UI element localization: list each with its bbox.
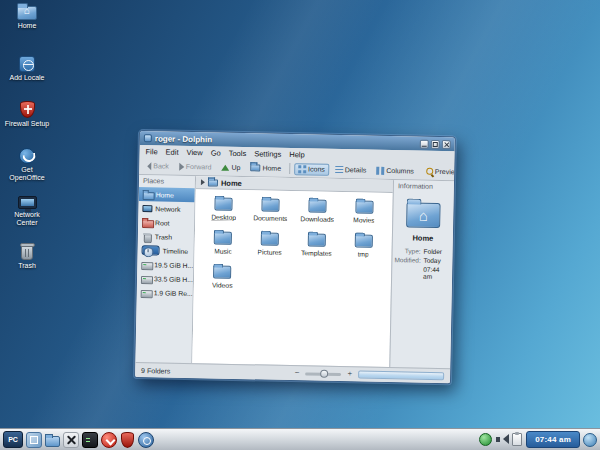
up-button[interactable]: Up <box>217 162 244 174</box>
places-item-label: Home <box>156 191 174 198</box>
places-item-root[interactable]: Root <box>138 215 194 230</box>
dolphin-window: roger - Dolphin File Edit View Go Tools … <box>134 130 456 384</box>
clipboard-icon[interactable] <box>512 433 522 446</box>
places-item-label: Timeline <box>163 247 189 255</box>
desktop-icon-home[interactable]: Home <box>4 6 50 30</box>
package-manager-icon[interactable] <box>101 432 117 448</box>
firewall-shield-icon <box>20 101 35 118</box>
type-label: Type: <box>395 247 421 255</box>
desktop-icon-trash[interactable]: Trash <box>4 245 50 270</box>
folder-icon <box>214 232 232 245</box>
folder-item-desktop[interactable]: Desktop <box>200 197 247 221</box>
back-button[interactable]: Back <box>143 160 173 173</box>
network-monitor-icon <box>18 196 37 209</box>
menu-help[interactable]: Help <box>289 150 305 159</box>
volume-icon[interactable] <box>495 433 508 446</box>
terminal-icon[interactable] <box>82 432 98 448</box>
icons-view-icon <box>298 165 306 173</box>
up-arrow-icon <box>221 164 229 170</box>
close-button[interactable] <box>442 140 451 149</box>
breadcrumb-home[interactable]: Home <box>221 178 242 187</box>
trash-icon <box>142 231 152 241</box>
forward-button[interactable]: Forward <box>175 160 216 173</box>
folder-icon <box>143 189 153 199</box>
menu-view[interactable]: View <box>187 147 203 156</box>
file-manager-icon[interactable] <box>45 436 60 447</box>
folder-item-documents[interactable]: Documents <box>247 198 294 222</box>
taskbar: PC 07:44 am <box>0 428 600 450</box>
minimize-button[interactable] <box>420 139 429 148</box>
hard-drive-icon <box>141 273 151 283</box>
folder-item-movies[interactable]: Movies <box>340 200 387 224</box>
details-view-icon <box>335 165 343 173</box>
clock[interactable]: 07:44 am <box>526 431 580 448</box>
folder-label: Documents <box>253 214 288 222</box>
folder-icon <box>354 234 372 247</box>
places-item-label: 33.5 GiB H... <box>154 275 193 283</box>
places-item-drive-1[interactable]: 19.5 GiB H... <box>137 257 193 272</box>
folder-item-templates[interactable]: Templates <box>293 233 340 257</box>
menu-tools[interactable]: Tools <box>229 148 247 157</box>
zoom-in-icon[interactable]: + <box>347 370 352 378</box>
places-item-drive-2[interactable]: 33.5 GiB H... <box>137 271 193 286</box>
desktop-icon-label: Home <box>18 22 37 30</box>
firewall-shield-icon[interactable] <box>121 432 134 448</box>
modified-label: Modified: <box>394 256 420 264</box>
desktop-icon-network-center[interactable]: Network Center <box>4 196 50 227</box>
desktop-icon-label: Firewall Setup <box>5 120 49 128</box>
start-menu-button[interactable]: PC <box>3 431 23 448</box>
home-folder-icon <box>250 164 260 171</box>
network-status-icon[interactable] <box>479 433 492 446</box>
back-label: Back <box>153 162 169 169</box>
folder-item-videos[interactable]: Videos <box>199 265 246 289</box>
window-controls <box>420 139 451 149</box>
desktop-icon-add-locale[interactable]: Add Locale <box>4 56 50 82</box>
desktop-icon-label: Get OpenOffice <box>4 166 50 182</box>
places-item-timeline[interactable]: Timeline <box>137 243 193 258</box>
toolbar-separator <box>289 163 290 174</box>
folder-icon <box>261 232 279 245</box>
panel-toolbox-icon[interactable] <box>583 433 597 447</box>
modified-spacer <box>394 265 420 280</box>
folder-item-music[interactable]: Music <box>200 231 247 255</box>
selected-item-name: Home <box>393 233 453 243</box>
folder-icon <box>215 198 233 211</box>
folder-item-downloads[interactable]: Downloads <box>294 199 341 223</box>
places-item-network[interactable]: Network <box>138 201 194 216</box>
desktop-icon-get-openoffice[interactable]: Get OpenOffice <box>4 148 50 182</box>
menu-edit[interactable]: Edit <box>166 147 179 156</box>
x-tool-icon[interactable] <box>63 432 79 448</box>
menu-settings[interactable]: Settings <box>254 149 281 159</box>
places-item-removable[interactable]: 1.9 GiB Re... <box>137 285 193 300</box>
details-view-label: Details <box>345 166 367 173</box>
trash-icon <box>21 245 33 260</box>
home-folder-icon <box>208 179 218 186</box>
folder-label: Downloads <box>300 215 334 223</box>
show-desktop-icon[interactable] <box>26 432 42 448</box>
zoom-out-icon[interactable]: − <box>295 369 300 377</box>
places-item-label: Trash <box>155 233 172 240</box>
menu-file[interactable]: File <box>145 147 157 156</box>
icons-view-button[interactable]: Icons <box>294 163 329 176</box>
preview-magnifier-icon <box>426 168 433 175</box>
details-view-button[interactable]: Details <box>331 163 371 176</box>
home-button[interactable]: Home <box>246 162 285 174</box>
folder-view-container: Home Desktop Documents Downloads <box>192 176 393 367</box>
maximize-button[interactable] <box>431 139 440 148</box>
home-label: Home <box>262 164 281 171</box>
folder-view[interactable]: Desktop Documents Downloads Movies <box>192 189 392 367</box>
zoom-slider[interactable] <box>305 372 341 376</box>
folder-icon <box>308 233 326 246</box>
columns-view-button[interactable]: Columns <box>372 164 418 177</box>
folder-item-pictures[interactable]: Pictures <box>246 232 293 256</box>
menu-go[interactable]: Go <box>211 148 221 157</box>
type-value: Folder <box>424 248 451 256</box>
control-center-icon[interactable] <box>138 432 154 448</box>
places-item-home[interactable]: Home <box>139 187 195 202</box>
desktop-icon-firewall-setup[interactable]: Firewall Setup <box>4 101 50 128</box>
folder-icon <box>355 200 373 213</box>
places-item-trash[interactable]: Trash <box>138 229 194 244</box>
folder-item-tmp[interactable]: tmp <box>340 234 387 258</box>
zoom-slider-handle[interactable] <box>321 369 329 377</box>
preview-button[interactable]: Preview <box>422 166 456 178</box>
